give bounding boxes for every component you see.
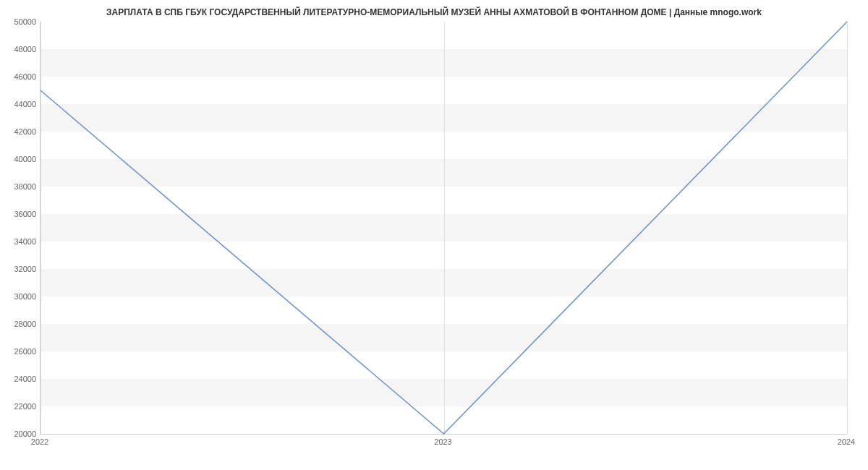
- y-tick-label: 38000: [7, 182, 36, 191]
- chart-title: ЗАРПЛАТА В СПБ ГБУК ГОСУДАРСТВЕННЫЙ ЛИТЕ…: [0, 0, 868, 21]
- y-tick-label: 24000: [7, 375, 36, 383]
- y-tick-label: 32000: [7, 265, 36, 273]
- chart-container: ЗАРПЛАТА В СПБ ГБУК ГОСУДАРСТВЕННЫЙ ЛИТЕ…: [0, 0, 868, 470]
- x-tick-label: 2023: [434, 437, 451, 446]
- x-tick-label: 2022: [31, 437, 48, 446]
- x-grid-line: [847, 22, 848, 434]
- y-tick-label: 42000: [7, 127, 36, 136]
- y-tick-label: 46000: [7, 72, 36, 81]
- y-tick-label: 40000: [7, 155, 36, 163]
- y-tick-label: 34000: [7, 237, 36, 246]
- data-line: [41, 22, 847, 434]
- x-tick-label: 2024: [838, 437, 855, 446]
- y-tick-label: 50000: [7, 17, 36, 26]
- y-tick-label: 48000: [7, 45, 36, 54]
- y-tick-label: 36000: [7, 210, 36, 218]
- y-tick-label: 28000: [7, 320, 36, 328]
- y-tick-label: 30000: [7, 292, 36, 301]
- chart-line-svg: [41, 22, 847, 434]
- y-tick-label: 22000: [7, 402, 36, 411]
- plot-area: [40, 22, 847, 435]
- y-tick-label: 26000: [7, 347, 36, 356]
- y-tick-label: 44000: [7, 100, 36, 108]
